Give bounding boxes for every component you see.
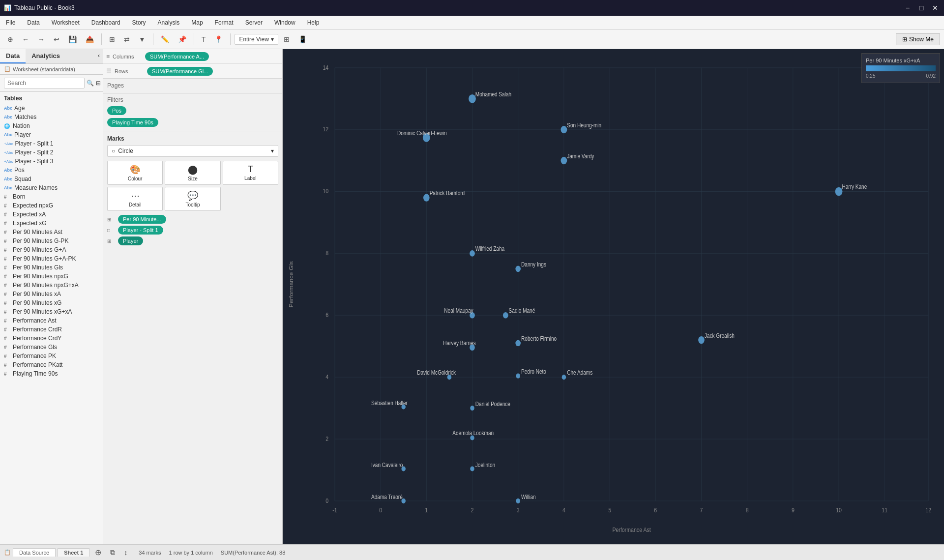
minimize-button[interactable]: − bbox=[903, 4, 913, 12]
toolbar-filter[interactable]: ▼ bbox=[135, 33, 149, 46]
field-born[interactable]: # Born bbox=[0, 192, 103, 201]
field-perf-pk[interactable]: # Performance PK bbox=[0, 352, 103, 360]
duplicate-sheet-button[interactable]: ⧉ bbox=[107, 546, 118, 559]
field-per90-npxgxa[interactable]: # Per 90 Minutes npxG+xA bbox=[0, 281, 103, 290]
field-per90-gpk[interactable]: # Per 90 Minutes G-PK bbox=[0, 236, 103, 245]
toolbar-annotate[interactable]: 📌 bbox=[175, 33, 190, 46]
field-matches[interactable]: Abc Matches bbox=[0, 113, 103, 121]
filter-pos[interactable]: Pos bbox=[107, 106, 126, 115]
menu-bar: File Data Worksheet Dashboard Story Anal… bbox=[0, 16, 944, 29]
field-playing-time[interactable]: # Playing Time 90s bbox=[0, 369, 103, 378]
marks-detail-btn[interactable]: ⋯ Detail bbox=[107, 187, 163, 211]
tab-datasource[interactable]: Data Source bbox=[13, 548, 56, 557]
rows-pill[interactable]: SUM(Performance Gl... bbox=[147, 67, 213, 76]
per90-pill[interactable]: Per 90 Minute... bbox=[118, 215, 166, 224]
field-measure-names[interactable]: Abc Measure Names bbox=[0, 183, 103, 192]
sort-sheets-button[interactable]: ↕ bbox=[120, 546, 131, 559]
svg-text:Son Heung-min: Son Heung-min bbox=[567, 122, 601, 128]
columns-pill[interactable]: SUM(Performance A... bbox=[145, 52, 209, 61]
menu-server[interactable]: Server bbox=[243, 18, 265, 27]
menu-worksheet[interactable]: Worksheet bbox=[50, 18, 82, 27]
marks-type-selector[interactable]: ○ Circle ▾ bbox=[107, 145, 278, 157]
type-icon-hash: # bbox=[4, 274, 11, 279]
marks-size-btn[interactable]: ⬤ Size bbox=[165, 161, 220, 185]
field-label: Matches bbox=[14, 114, 36, 120]
field-per90-xg[interactable]: # Per 90 Minutes xG bbox=[0, 298, 103, 307]
field-perf-pkatt[interactable]: # Performance PKatt bbox=[0, 360, 103, 369]
menu-story[interactable]: Story bbox=[130, 18, 148, 27]
type-icon-hash: # bbox=[4, 345, 11, 350]
field-pos[interactable]: Abc Pos bbox=[0, 166, 103, 175]
field-per90-ast[interactable]: # Per 90 Minutes Ast bbox=[0, 228, 103, 236]
marks-colour-btn[interactable]: 🎨 Colour bbox=[107, 161, 163, 185]
menu-map[interactable]: Map bbox=[189, 18, 205, 27]
field-squad[interactable]: Abc Squad bbox=[0, 175, 103, 183]
search-input[interactable] bbox=[4, 78, 85, 88]
field-per90-xa[interactable]: # Per 90 Minutes xA bbox=[0, 290, 103, 298]
show-me-button[interactable]: ⊞ Show Me bbox=[896, 33, 940, 45]
toolbar-swap[interactable]: ⇄ bbox=[120, 33, 133, 46]
marks-section: Marks ○ Circle ▾ 🎨 Colour ⬤ Size T Label bbox=[103, 131, 282, 249]
field-per90-ga[interactable]: # Per 90 Minutes G+A bbox=[0, 245, 103, 254]
field-player-split3[interactable]: +Abc Player - Split 3 bbox=[0, 157, 103, 166]
toolbar-view[interactable]: ⊞ bbox=[106, 33, 118, 46]
field-per90-gapk[interactable]: # Per 90 Minutes G+A-PK bbox=[0, 254, 103, 263]
field-perf-crdr[interactable]: # Performance CrdR bbox=[0, 325, 103, 334]
tab-analytics[interactable]: Analytics bbox=[26, 49, 66, 63]
marks-tooltip-btn[interactable]: 💬 Tooltip bbox=[165, 187, 220, 211]
field-age[interactable]: Abc Age bbox=[0, 104, 103, 113]
toolbar-device[interactable]: 📱 bbox=[295, 33, 310, 46]
tab-data[interactable]: Data bbox=[0, 49, 26, 63]
viz-canvas: Goals vs Assists in the Premier League P… bbox=[283, 49, 944, 544]
toolbar-back[interactable]: ← bbox=[19, 33, 32, 46]
toolbar-undo[interactable]: ↩ bbox=[50, 33, 63, 46]
menu-file[interactable]: File bbox=[4, 18, 17, 27]
field-player[interactable]: Abc Player bbox=[0, 130, 103, 139]
filter-icon[interactable]: ⊟ bbox=[96, 80, 101, 87]
toolbar-forward[interactable]: → bbox=[34, 33, 48, 46]
toolbar-grid[interactable]: ⊞ bbox=[280, 33, 293, 46]
marks-label: Marks bbox=[107, 135, 278, 142]
menu-dashboard[interactable]: Dashboard bbox=[89, 18, 122, 27]
marks-label-btn[interactable]: T Label bbox=[223, 161, 278, 185]
split1-pill[interactable]: Player - Split 1 bbox=[118, 226, 163, 235]
field-expected-npxg[interactable]: # Expected npxG bbox=[0, 201, 103, 210]
field-perf-gls[interactable]: # Performance Gls bbox=[0, 343, 103, 352]
datasource-label[interactable]: Worksheet (standarddata) bbox=[13, 66, 75, 72]
field-perf-ast[interactable]: # Performance Ast bbox=[0, 316, 103, 325]
player-pill[interactable]: Player bbox=[118, 236, 143, 245]
toolbar-text[interactable]: T bbox=[198, 33, 209, 46]
maximize-button[interactable]: □ bbox=[916, 4, 926, 12]
marks-count: 34 marks bbox=[139, 550, 161, 556]
menu-help[interactable]: Help bbox=[305, 18, 322, 27]
close-button[interactable]: ✕ bbox=[930, 4, 940, 12]
toolbar-new[interactable]: ⊕ bbox=[4, 33, 17, 46]
field-per90-xgxa[interactable]: # Per 90 Minutes xG+xA bbox=[0, 307, 103, 316]
title-bar-controls[interactable]: − □ ✕ bbox=[903, 4, 940, 12]
view-dropdown[interactable]: Entire View ▾ bbox=[235, 34, 278, 45]
toolbar-publish[interactable]: 📤 bbox=[82, 33, 97, 46]
toolbar-pin[interactable]: 📍 bbox=[211, 33, 226, 46]
main-layout: Data Analytics ‹ 📋 Worksheet (standardda… bbox=[0, 49, 944, 544]
search-icon[interactable]: 🔍 bbox=[87, 80, 94, 87]
toolbar-highlight[interactable]: ✏️ bbox=[157, 33, 173, 46]
field-player-split2[interactable]: +Abc Player - Split 2 bbox=[0, 148, 103, 157]
collapse-panel-button[interactable]: ‹ bbox=[95, 49, 103, 63]
menu-window[interactable]: Window bbox=[272, 18, 297, 27]
filter-playing-time[interactable]: Playing Time 90s bbox=[107, 118, 158, 127]
add-sheet-button[interactable]: ⊕ bbox=[91, 545, 105, 560]
menu-format[interactable]: Format bbox=[213, 18, 236, 27]
menu-data[interactable]: Data bbox=[25, 18, 41, 27]
field-nation[interactable]: 🌐 Nation bbox=[0, 121, 103, 130]
field-per90-gls[interactable]: # Per 90 Minutes Gls bbox=[0, 263, 103, 272]
field-per90-npxg[interactable]: # Per 90 Minutes npxG bbox=[0, 272, 103, 281]
menu-analysis[interactable]: Analysis bbox=[156, 18, 182, 27]
toolbar-save[interactable]: 💾 bbox=[65, 33, 80, 46]
field-expected-xg[interactable]: # Expected xG bbox=[0, 219, 103, 228]
tab-sheet1[interactable]: Sheet 1 bbox=[58, 548, 89, 557]
svg-text:Joelinton: Joelinton bbox=[475, 462, 495, 468]
field-perf-crdy[interactable]: # Performance CrdY bbox=[0, 334, 103, 343]
field-expected-xa[interactable]: # Expected xA bbox=[0, 210, 103, 219]
type-icon-hash: # bbox=[4, 265, 11, 270]
field-player-split1[interactable]: +Abc Player - Split 1 bbox=[0, 139, 103, 148]
